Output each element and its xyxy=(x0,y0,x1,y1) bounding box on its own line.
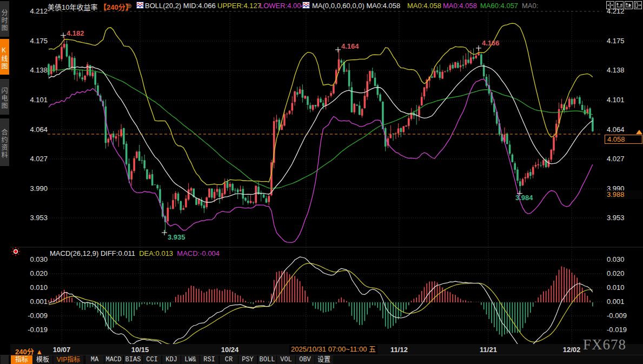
svg-text:4.164: 4.164 xyxy=(341,42,359,50)
svg-text:3.984: 3.984 xyxy=(515,194,533,202)
svg-text:4.166: 4.166 xyxy=(482,39,500,47)
svg-text:4.182: 4.182 xyxy=(67,29,84,37)
svg-text:3.935: 3.935 xyxy=(168,233,185,241)
